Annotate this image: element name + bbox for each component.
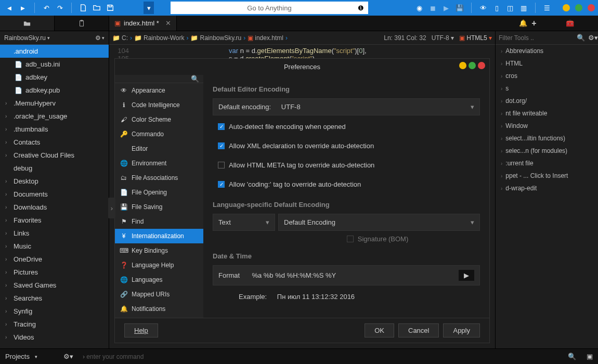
- prefs-nav-file-associations[interactable]: 🗂File Associations: [115, 171, 203, 185]
- tree-folder[interactable]: ›Synfig: [0, 305, 109, 318]
- tool-item[interactable]: › selec...n (for modules): [496, 145, 598, 157]
- tree-folder[interactable]: ›Downloads: [0, 201, 109, 214]
- prefs-nav-internationalization[interactable]: ¥Internationalization: [115, 229, 203, 243]
- prefs-nav-languages[interactable]: 🌐Languages: [115, 272, 203, 287]
- record-macro-button[interactable]: ◉: [413, 2, 425, 14]
- prefs-nav-notifications[interactable]: 🔔Notifications: [115, 302, 203, 316]
- tool-item[interactable]: › d-wrap-edit: [496, 182, 598, 194]
- chk-signature-bom[interactable]: [347, 236, 354, 242]
- nav-forward-button[interactable]: ►: [17, 2, 29, 14]
- play-macro-button[interactable]: ▶: [440, 2, 452, 14]
- tree-folder[interactable]: ›Documents: [0, 188, 109, 201]
- nav-back-button[interactable]: ◄: [3, 2, 16, 14]
- tool-item[interactable]: › select...iltin functions): [496, 132, 598, 145]
- tree-folder[interactable]: ›Saved Games: [0, 279, 109, 292]
- prefs-nav-mapped-uris[interactable]: 🔗Mapped URIs: [115, 287, 203, 302]
- search-icon[interactable]: 🔍: [191, 75, 199, 83]
- view-toggle-button[interactable]: 👁: [477, 2, 489, 14]
- prefs-nav-editor[interactable]: Editor: [115, 141, 203, 156]
- command-input[interactable]: › enter your command: [79, 353, 563, 360]
- undo-button[interactable]: ↶: [40, 2, 53, 14]
- clipboard-tab[interactable]: [55, 16, 109, 31]
- goto-anything-input[interactable]: Go to Anything ❶: [171, 2, 368, 14]
- tree-folder[interactable]: debug: [0, 162, 109, 175]
- prefs-nav-code-intelligence[interactable]: ℹCode Intelligence: [115, 98, 203, 112]
- bc-file[interactable]: ▣ index.html: [248, 34, 283, 42]
- layout-2-button[interactable]: ◫: [504, 2, 516, 14]
- open-file-button[interactable]: [90, 2, 103, 14]
- prefs-nav-language-help[interactable]: ❓Language Help: [115, 258, 203, 272]
- maximize-button[interactable]: [575, 4, 582, 11]
- expand-panel-button[interactable]: ›: [108, 198, 115, 218]
- bc-item[interactable]: 📁 Rainbow-Work: [134, 34, 184, 42]
- tree-folder[interactable]: ›OneDrive: [0, 253, 109, 266]
- minimize-button[interactable]: [563, 4, 570, 11]
- tool-item[interactable]: › dot.org/: [496, 95, 598, 107]
- prefs-nav-find[interactable]: ⚑Find: [115, 214, 203, 229]
- tool-item[interactable]: › ppet - ... Click to Insert: [496, 170, 598, 182]
- filter-tools-input[interactable]: [499, 34, 577, 42]
- prefs-nav-color-scheme[interactable]: 🖌Color Scheme: [115, 112, 203, 127]
- close-tab-icon[interactable]: ✕: [165, 19, 171, 27]
- sidebar-gear-icon[interactable]: ⚙: [95, 34, 101, 42]
- tool-item[interactable]: › cros: [496, 70, 598, 82]
- prefs-nav-key-bindings[interactable]: ⌨Key Bindings: [115, 243, 203, 258]
- tree-folder[interactable]: ›.thumbnails: [0, 123, 109, 136]
- tree-file[interactable]: 📄adbkey: [0, 71, 109, 84]
- projects-label[interactable]: Projects: [5, 353, 30, 360]
- tree-folder[interactable]: ›Favorites: [0, 214, 109, 227]
- bc-root[interactable]: 📁 C:: [112, 34, 128, 42]
- language-selector[interactable]: ▣ HTML5 ▾: [459, 34, 492, 42]
- save-button[interactable]: [104, 2, 116, 14]
- prefs-nav-appearance[interactable]: 👁Appearance: [115, 83, 203, 98]
- new-file-button[interactable]: [77, 2, 89, 14]
- tool-item[interactable]: › nt file writeable: [496, 107, 598, 120]
- layout-3-button[interactable]: ▥: [517, 2, 530, 14]
- tool-item[interactable]: › s: [496, 82, 598, 95]
- tree-folder[interactable]: ›.oracle_jre_usage: [0, 110, 109, 123]
- tree-folder[interactable]: ›.MemuHyperv: [0, 97, 109, 110]
- tree-folder[interactable]: ›Desktop: [0, 175, 109, 188]
- bc-item[interactable]: 📁 RainbowSky.ru: [190, 34, 241, 42]
- redo-button[interactable]: ↷: [54, 2, 66, 14]
- layout-1-button[interactable]: ▯: [490, 2, 503, 14]
- projects-gear-icon[interactable]: ⚙▾: [63, 353, 73, 360]
- tool-item[interactable]: › Window: [496, 120, 598, 132]
- prefs-maximize-button[interactable]: [469, 62, 476, 69]
- language-select[interactable]: Text▾: [213, 214, 275, 231]
- play-format-button[interactable]: ▶: [459, 270, 474, 281]
- menu-button[interactable]: ☰: [541, 2, 553, 14]
- tool-item[interactable]: › Abbreviations: [496, 45, 598, 57]
- tree-folder[interactable]: ›Music: [0, 240, 109, 253]
- search-icon[interactable]: 🔍: [568, 353, 576, 360]
- tree-file[interactable]: 📄adb_usb.ini: [0, 58, 109, 71]
- search-icon[interactable]: 🔍: [577, 34, 585, 42]
- chk-coding-tag[interactable]: [218, 181, 225, 188]
- date-format-input[interactable]: Format %a %b %d %H:%M:%S %Y ▶: [213, 265, 480, 285]
- prefs-nav-commando[interactable]: 🔑Commando: [115, 127, 203, 141]
- close-window-button[interactable]: [588, 4, 595, 11]
- lang-encoding-select[interactable]: Default Encoding▾: [278, 214, 480, 231]
- prefs-minimize-button[interactable]: [459, 62, 466, 69]
- prefs-close-button[interactable]: [478, 62, 485, 69]
- tree-folder[interactable]: ›Links: [0, 227, 109, 240]
- notification-icon[interactable]: 🔔: [519, 19, 527, 27]
- apply-button[interactable]: Apply: [443, 323, 480, 337]
- tool-item[interactable]: › :urrent file: [496, 157, 598, 170]
- default-encoding-select[interactable]: Default encoding: UTF-8 ▾: [213, 98, 480, 115]
- save-macro-button[interactable]: 💾: [453, 2, 466, 14]
- gear-icon[interactable]: ⚙▾: [588, 34, 598, 42]
- tree-folder[interactable]: ›Searches: [0, 292, 109, 305]
- prefs-nav-environment[interactable]: 🌐Environment: [115, 156, 203, 171]
- tree-file[interactable]: 📄adbkey.pub: [0, 84, 109, 97]
- terminal-icon[interactable]: ▣: [587, 353, 593, 360]
- ok-button[interactable]: OK: [365, 323, 394, 337]
- help-button[interactable]: Help: [124, 323, 158, 337]
- encoding-selector[interactable]: UTF-8 ▾: [432, 34, 454, 42]
- cancel-button[interactable]: Cancel: [398, 323, 439, 337]
- chk-autodetect[interactable]: [218, 123, 225, 130]
- add-tab-button[interactable]: +: [531, 19, 536, 28]
- tree-folder[interactable]: ›Pictures: [0, 266, 109, 279]
- prefs-nav-file-opening[interactable]: 📄File Opening: [115, 185, 203, 200]
- toolbox-icon[interactable]: 🧰: [566, 19, 574, 27]
